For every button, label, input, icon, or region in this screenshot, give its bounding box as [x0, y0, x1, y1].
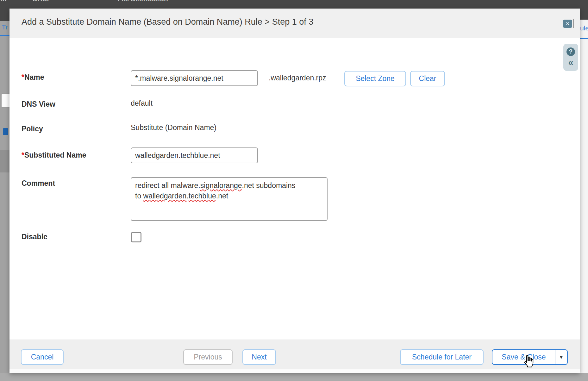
toolbar-right-remnant	[580, 9, 588, 20]
toolbar-left-remnant	[0, 9, 9, 21]
policy-value: Substitute (Domain Name)	[131, 123, 216, 132]
help-icon[interactable]: ?	[566, 47, 575, 56]
required-marker: *	[22, 73, 24, 81]
tab-fragment-left[interactable]: st	[1, 0, 7, 3]
select-zone-button[interactable]: Select Zone	[344, 71, 406, 86]
dropdown-arrow-icon[interactable]: ▼	[555, 350, 567, 364]
save-close-split-button: Save & Close ▼	[492, 349, 568, 365]
name-input[interactable]	[131, 70, 258, 86]
required-marker: *	[22, 151, 24, 159]
collapse-icon[interactable]: «	[566, 57, 575, 68]
misspelled-word: signalorange	[200, 181, 242, 190]
substituted-name-label: *Substituted Name	[22, 151, 86, 159]
comment-line-2: to walledgarden.techblue.net	[135, 191, 323, 201]
background-page-left: Tr	[0, 9, 9, 373]
schedule-for-later-button[interactable]: Schedule for Later	[400, 349, 484, 365]
close-icon[interactable]: ✕	[563, 20, 572, 28]
background-right-tab-underline	[580, 38, 588, 39]
help-panel-tab: ? «	[563, 44, 578, 71]
dialog-bottom-edge	[9, 369, 580, 373]
background-left-tab-underline	[0, 35, 9, 36]
background-page-bottom	[0, 373, 588, 381]
comment-line-1: redirect all malware.signalorange.net su…	[135, 180, 323, 191]
policy-label: Policy	[22, 125, 43, 133]
next-button[interactable]: Next	[242, 349, 276, 365]
name-label: *Name	[22, 73, 44, 82]
header-edge-mark	[573, 19, 574, 28]
misspelled-word: techblue	[189, 192, 216, 200]
clear-button[interactable]: Clear	[410, 71, 445, 86]
substituted-name-input[interactable]	[131, 147, 258, 163]
background-panel-fragment	[0, 150, 9, 172]
background-input-fragment	[1, 93, 9, 108]
misspelled-word: walledgarden	[143, 192, 187, 200]
background-right-tab[interactable]: ule	[580, 24, 588, 32]
tab-file-distribution[interactable]: File Distribution	[117, 0, 168, 3]
comment-textarea[interactable]: redirect all malware.signalorange.net su…	[131, 177, 328, 221]
dns-view-value: default	[131, 99, 153, 108]
dns-view-label: DNS View	[22, 100, 55, 109]
printer-icon	[3, 128, 8, 135]
save-close-button[interactable]: Save & Close	[492, 350, 555, 364]
top-toolbar: st DHCP File Distribution	[0, 0, 588, 9]
cancel-button[interactable]: Cancel	[21, 349, 64, 365]
tab-dhcp[interactable]: DHCP	[33, 0, 52, 3]
background-page-right: ule	[580, 9, 588, 373]
dialog-title: Add a Substitute Domain Name (Based on D…	[22, 17, 313, 27]
disable-label: Disable	[22, 233, 47, 241]
comment-label: Comment	[22, 179, 55, 188]
screen: st DHCP File Distribution DNS Tr ule Add…	[0, 0, 588, 381]
disable-checkbox[interactable]	[131, 232, 141, 242]
name-suffix: .walledgarden.rpz	[269, 74, 326, 82]
previous-button[interactable]: Previous	[183, 349, 233, 365]
background-left-tab[interactable]: Tr	[2, 24, 8, 31]
